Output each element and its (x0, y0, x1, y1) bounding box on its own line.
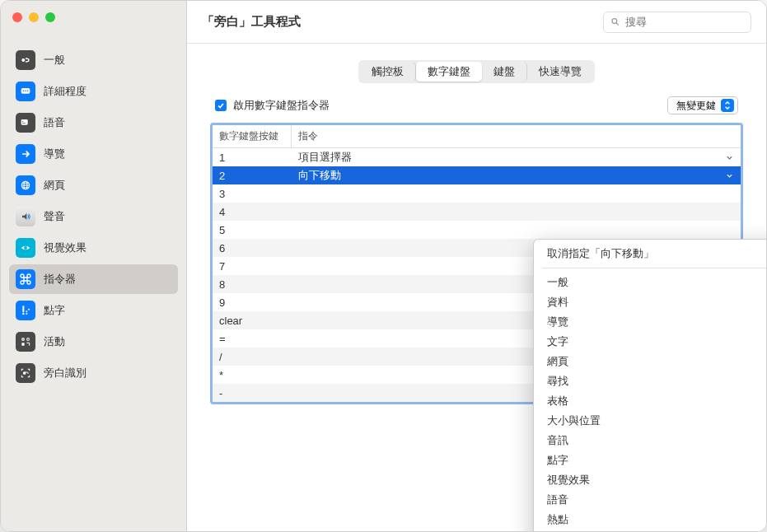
command-dropdown-menu: 取消指定「向下移動」 一般資料導覽文字網頁尋找表格大小與位置音訊點字視覺效果語音… (533, 239, 767, 532)
menu-item-category[interactable]: 導覽 (534, 312, 767, 332)
tab-keyboard[interactable]: 鍵盤 (482, 62, 527, 82)
cell-key: 3 (213, 188, 292, 200)
sidebar-item-label: 詳細程度 (44, 84, 87, 99)
column-header-command[interactable]: 指令 (292, 125, 741, 147)
svg-point-2 (23, 91, 25, 92)
recognition-icon (16, 363, 35, 383)
cell-command-label: 項目選擇器 (298, 150, 352, 165)
menu-item-label: 網頁 (547, 354, 568, 369)
tab-trackpad[interactable]: 觸控板 (360, 62, 416, 82)
web-icon (16, 175, 35, 195)
menu-item-category[interactable]: 熱點 (534, 510, 767, 530)
svg-point-20 (612, 19, 617, 24)
checkbox-label: 啟用數字鍵盤指令器 (233, 98, 330, 113)
options-row: 啟用數字鍵盤指令器 無變更鍵 (210, 96, 743, 114)
cell-key: 7 (213, 260, 292, 273)
chevron-down-icon (725, 153, 734, 162)
menu-item-label: 表格 (547, 394, 568, 408)
menu-item-category[interactable]: 表格 (534, 391, 767, 411)
tab-control: 觸控板 數字鍵盤 鍵盤 快速導覽 (210, 60, 743, 83)
segmented-control: 觸控板 數字鍵盤 鍵盤 快速導覽 (358, 60, 595, 83)
menu-item-remove-assignment[interactable]: 取消指定「向下移動」 (534, 244, 767, 264)
general-icon (16, 50, 35, 70)
table-row[interactable]: 2向下移動 (213, 166, 741, 184)
navigation-icon (16, 144, 35, 164)
visuals-icon (16, 238, 35, 258)
table-row[interactable]: 4 (213, 203, 741, 221)
search-field[interactable] (603, 12, 751, 33)
window-title: 「旁白」工具程式 (202, 14, 593, 30)
modifier-popup[interactable]: 無變更鍵 (667, 96, 738, 114)
sidebar-item-label: 活動 (44, 334, 65, 349)
sidebar-item-activities[interactable]: 活動 (9, 327, 178, 357)
menu-item-label: 熱點 (547, 512, 568, 527)
sidebar-item-label: 視覺效果 (44, 240, 87, 255)
menu-separator (542, 268, 767, 268)
sidebar-item-commanders[interactable]: 指令器 (9, 264, 178, 294)
popup-label: 無變更鍵 (676, 99, 716, 113)
menu-item-category[interactable]: 視覺效果 (534, 470, 767, 490)
minimize-button[interactable] (29, 12, 39, 22)
sidebar-item-label: 旁白識別 (44, 366, 87, 380)
cell-key: 8 (213, 278, 292, 291)
menu-item-label: 文字 (547, 334, 568, 349)
cell-key: - (213, 387, 292, 399)
menu-item-label: 尋找 (547, 374, 568, 389)
table-row[interactable]: 1項目選擇器 (213, 148, 741, 166)
close-button[interactable] (12, 12, 22, 22)
menu-item-label: 語音 (547, 492, 568, 507)
sidebar-item-visuals[interactable]: 視覺效果 (9, 233, 178, 263)
menu-item-category[interactable]: 網頁 (534, 352, 767, 371)
menu-item-category[interactable]: 點字 (534, 450, 767, 470)
activities-icon (16, 332, 35, 352)
svg-point-12 (26, 310, 27, 312)
cell-key: / (213, 351, 292, 363)
svg-rect-5 (21, 119, 28, 125)
menu-item-category[interactable]: 大小與位置 (534, 411, 767, 431)
svg-point-3 (25, 91, 26, 92)
updown-icon (721, 99, 734, 112)
cell-key: = (213, 333, 292, 345)
menu-item-label: 一般 (547, 275, 568, 290)
sidebar-item-speech[interactable]: 語音 (9, 108, 178, 138)
sidebar-item-sound[interactable]: 聲音 (9, 202, 178, 231)
menu-item-category[interactable]: 尋找 (534, 371, 767, 391)
table-row[interactable]: 3 (213, 184, 741, 203)
sidebar-item-label: 聲音 (44, 209, 65, 224)
enable-numpad-checkbox[interactable]: 啟用數字鍵盤指令器 (215, 98, 330, 113)
menu-item-category[interactable]: 文字 (534, 332, 767, 352)
sidebar-item-braille[interactable]: 點字 (9, 296, 178, 325)
tab-numpad[interactable]: 數字鍵盤 (416, 62, 482, 82)
sidebar-item-general[interactable]: 一般 (9, 45, 178, 75)
tab-quicknav[interactable]: 快速導覽 (527, 62, 593, 82)
cell-command[interactable]: 項目選擇器 (292, 150, 741, 165)
sidebar-item-web[interactable]: 網頁 (9, 170, 178, 200)
menu-item-category[interactable]: 資料 (534, 292, 767, 312)
column-header-key[interactable]: 數字鍵盤按鍵 (213, 125, 292, 147)
svg-point-18 (22, 338, 23, 339)
sidebar-item-recognition[interactable]: 旁白識別 (9, 358, 178, 388)
speech-icon (16, 113, 35, 133)
table-row[interactable]: 5 (213, 221, 741, 239)
menu-item-label: 導覽 (547, 315, 568, 329)
braille-icon (16, 301, 35, 320)
cell-key: 4 (213, 206, 292, 218)
sidebar-list: 一般 詳細程度 語音 導覽 網頁 聲音 (1, 29, 186, 388)
sidebar-item-navigation[interactable]: 導覽 (9, 139, 178, 169)
sidebar-item-label: 導覽 (44, 147, 65, 161)
menu-item-label: 音訊 (547, 433, 568, 448)
svg-point-19 (23, 372, 26, 375)
menu-item-category[interactable]: 一般 (534, 273, 767, 292)
cell-command[interactable]: 向下移動 (292, 168, 741, 183)
cell-key: * (213, 369, 292, 381)
menu-item-category[interactable]: 音訊 (534, 431, 767, 450)
search-input[interactable] (625, 16, 744, 28)
cell-key: 1 (213, 152, 292, 164)
content-area: 觸控板 數字鍵盤 鍵盤 快速導覽 啟用數字鍵盤指令器 無變更鍵 (187, 44, 766, 421)
sidebar-item-label: 語音 (44, 115, 65, 130)
zoom-button[interactable] (45, 12, 55, 22)
sidebar-item-verbosity[interactable]: 詳細程度 (9, 77, 178, 106)
menu-item-category[interactable]: 語音 (534, 490, 767, 510)
menu-item-label: 大小與位置 (547, 413, 601, 428)
svg-point-14 (26, 313, 27, 315)
